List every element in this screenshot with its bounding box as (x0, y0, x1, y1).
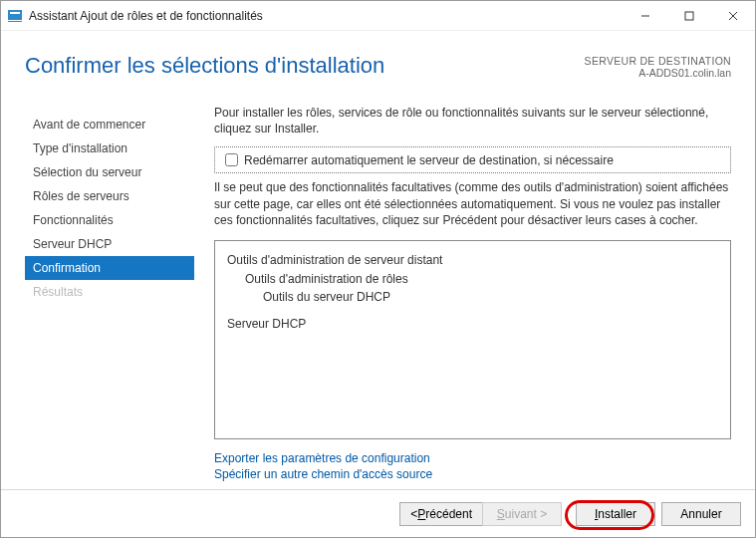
listing-role-admin-tools: Outils d'administration de rôles (227, 270, 718, 289)
optional-features-note: Il se peut que des fonctionnalités facul… (214, 179, 731, 228)
restart-checkbox-label: Redémarrer automatiquement le serveur de… (244, 153, 614, 167)
page-title: Confirmer les sélections d'installation (25, 53, 585, 79)
sidebar-item-features[interactable]: Fonctionnalités (25, 208, 194, 232)
wizard-footer: < Précédent Suivant > Installer Annuler (1, 489, 755, 537)
listing-rsat: Outils d'administration de serveur dista… (227, 251, 718, 270)
intro-text: Pour installer les rôles, services de rô… (214, 105, 731, 136)
selection-listing: Outils d'administration de serveur dista… (214, 240, 731, 439)
wizard-sidebar: Avant de commencer Type d'installation S… (25, 105, 194, 489)
titlebar: Assistant Ajout de rôles et de fonctionn… (1, 1, 755, 31)
close-button[interactable] (711, 1, 755, 30)
destination-name: A-ADDS01.colin.lan (585, 67, 731, 79)
destination-server-info: SERVEUR DE DESTINATION A-ADDS01.colin.la… (585, 55, 731, 79)
sidebar-item-results: Résultats (25, 280, 194, 304)
cancel-button[interactable]: Annuler (661, 502, 741, 526)
svg-rect-2 (8, 21, 22, 22)
listing-dhcp-tools: Outils du serveur DHCP (227, 288, 718, 307)
main-panel: Pour installer les rôles, services de rô… (194, 105, 731, 489)
svg-rect-1 (10, 12, 20, 14)
restart-checkbox[interactable] (225, 153, 238, 166)
sidebar-item-install-type[interactable]: Type d'installation (25, 136, 194, 160)
sidebar-item-before-begin[interactable]: Avant de commencer (25, 113, 194, 136)
window-title: Assistant Ajout de rôles et de fonctionn… (29, 9, 624, 23)
svg-rect-4 (685, 12, 693, 20)
listing-dhcp-server: Serveur DHCP (227, 315, 718, 334)
wizard-window: Assistant Ajout de rôles et de fonctionn… (0, 0, 756, 538)
export-config-link[interactable]: Exporter les paramètres de configuration (214, 451, 731, 465)
svg-rect-0 (8, 10, 22, 20)
alt-source-path-link[interactable]: Spécifier un autre chemin d'accès source (214, 467, 731, 481)
sidebar-item-confirmation[interactable]: Confirmation (25, 256, 194, 280)
restart-checkbox-row[interactable]: Redémarrer automatiquement le serveur de… (214, 146, 731, 173)
sidebar-item-server-selection[interactable]: Sélection du serveur (25, 160, 194, 184)
page-header: Confirmer les sélections d'installation … (1, 31, 755, 89)
maximize-button[interactable] (667, 1, 711, 30)
config-links: Exporter les paramètres de configuration… (214, 451, 731, 483)
destination-label: SERVEUR DE DESTINATION (585, 55, 731, 67)
install-button[interactable]: Installer (576, 502, 655, 526)
server-manager-icon (7, 8, 23, 24)
previous-button[interactable]: < Précédent (399, 502, 482, 526)
sidebar-item-dhcp-server[interactable]: Serveur DHCP (25, 232, 194, 256)
sidebar-item-server-roles[interactable]: Rôles de serveurs (25, 184, 194, 208)
minimize-button[interactable] (624, 1, 667, 30)
next-button: Suivant > (482, 502, 562, 526)
